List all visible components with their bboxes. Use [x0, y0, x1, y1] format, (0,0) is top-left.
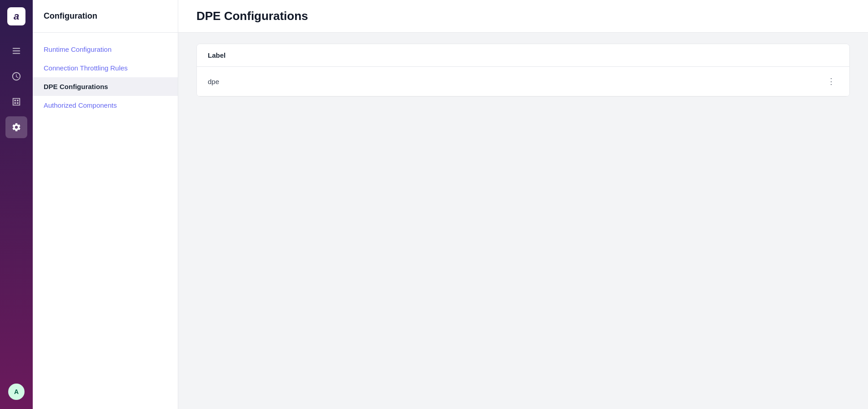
nav-icon-table[interactable]: [5, 91, 27, 113]
table-icon: [11, 97, 21, 107]
sidebar-title: Configuration: [44, 11, 97, 21]
sidebar-nav: Runtime Configuration Connection Throttl…: [33, 33, 178, 122]
page-title: DPE Configurations: [196, 9, 308, 23]
sidebar-item-authorized[interactable]: Authorized Components: [33, 96, 178, 115]
svg-rect-1: [13, 50, 20, 51]
nav-icons: [5, 33, 27, 384]
main-content: DPE Configurations Label dpe ⋮: [178, 0, 868, 409]
main-header: DPE Configurations: [178, 0, 868, 33]
sidebar-item-dpe[interactable]: DPE Configurations: [33, 77, 178, 96]
table-row[interactable]: dpe ⋮: [197, 67, 849, 96]
table-header-label: Label: [208, 51, 226, 59]
svg-rect-0: [13, 48, 20, 49]
avatar[interactable]: A: [8, 384, 25, 400]
table-header-row: Label: [197, 44, 849, 67]
svg-rect-2: [13, 53, 20, 54]
text-sidebar: Configuration Runtime Configuration Conn…: [33, 0, 178, 409]
nav-icon-clock[interactable]: [5, 65, 27, 87]
sidebar-item-throttling[interactable]: Connection Throttling Rules: [33, 59, 178, 77]
logo-icon: a: [7, 7, 25, 25]
clock-icon: [11, 71, 21, 81]
table-row-label: dpe: [208, 78, 824, 85]
content-area: Label dpe ⋮: [178, 33, 868, 409]
gear-icon: [11, 122, 21, 132]
sidebar-header: Configuration: [33, 0, 178, 33]
avatar-area: A: [8, 384, 25, 409]
nav-icon-settings[interactable]: [5, 116, 27, 138]
sidebar-item-runtime[interactable]: Runtime Configuration: [33, 40, 178, 59]
more-options-button[interactable]: ⋮: [824, 74, 838, 89]
nav-icon-list[interactable]: [5, 40, 27, 62]
list-icon: [11, 46, 21, 56]
logo-area[interactable]: a: [0, 0, 33, 33]
icon-sidebar: a A: [0, 0, 33, 409]
table-container: Label dpe ⋮: [196, 44, 850, 97]
